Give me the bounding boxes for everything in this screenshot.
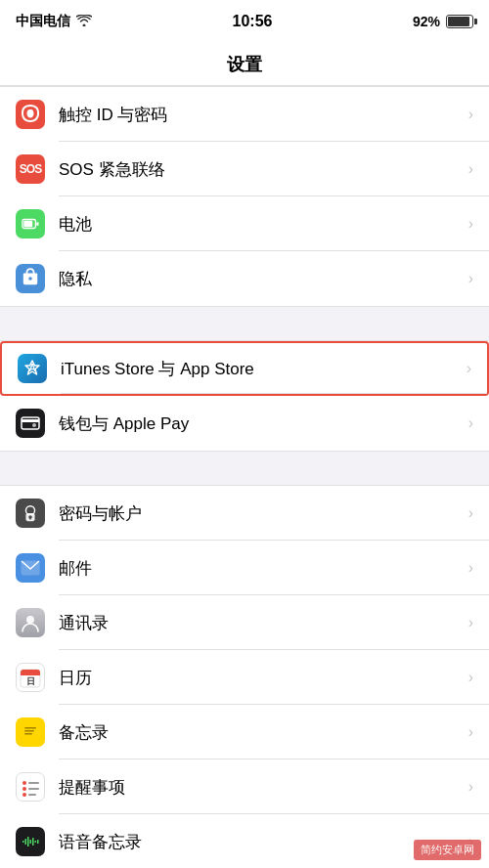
privacy-chevron: › [468, 270, 473, 287]
sidebar-item-privacy[interactable]: 隐私 › [0, 251, 489, 306]
svg-rect-33 [35, 841, 37, 843]
svg-point-22 [22, 787, 26, 791]
reminders-icon [16, 772, 45, 802]
svg-rect-15 [21, 673, 40, 675]
battery-setting-icon [16, 209, 45, 239]
notes-label: 备忘录 [59, 721, 468, 744]
svg-text:日: 日 [26, 676, 35, 686]
svg-rect-20 [24, 733, 32, 735]
svg-rect-29 [25, 839, 27, 845]
voice-memo-icon [16, 827, 45, 856]
appstore-icon: A [18, 354, 47, 383]
sos-chevron: › [468, 160, 473, 178]
svg-point-21 [22, 781, 26, 785]
svg-rect-1 [23, 221, 32, 227]
svg-rect-18 [24, 727, 36, 729]
svg-rect-19 [24, 730, 34, 732]
contacts-label: 通讯录 [59, 612, 468, 634]
itunes-appstore-label: iTunes Store 与 App Store [61, 358, 467, 380]
settings-group-store: A iTunes Store 与 App Store › 钱包与 Apple P… [0, 340, 489, 452]
passwords-icon [16, 499, 45, 528]
sidebar-item-passwords[interactable]: 密码与帐户 › [0, 486, 489, 541]
mail-icon [16, 553, 45, 583]
battery-pct: 92% [413, 14, 440, 29]
itunes-appstore-chevron: › [467, 360, 471, 377]
svg-rect-2 [36, 222, 38, 226]
wifi-icon [76, 14, 92, 29]
sidebar-item-battery[interactable]: 电池 › [0, 196, 489, 251]
carrier-text: 中国电信 [16, 13, 70, 30]
gap-2 [0, 452, 489, 485]
svg-point-23 [22, 793, 26, 797]
voice-memo-label: 语音备忘录 [59, 831, 468, 853]
privacy-icon [16, 264, 45, 293]
svg-rect-28 [22, 841, 24, 843]
sidebar-item-notes[interactable]: 备忘录 › [0, 705, 489, 760]
svg-text:A: A [28, 363, 35, 373]
sidebar-item-touch-id[interactable]: 触控 ID 与密码 › [0, 87, 489, 142]
nav-bar: 设置 [0, 43, 489, 86]
status-left: 中国电信 [16, 13, 92, 30]
gap-1 [0, 307, 489, 340]
status-right: 92% [413, 14, 473, 29]
sidebar-item-wallet[interactable]: 钱包与 Apple Pay › [0, 396, 489, 451]
privacy-label: 隐私 [59, 268, 468, 290]
svg-rect-32 [32, 838, 34, 846]
status-time: 10:56 [233, 13, 273, 30]
reminders-chevron: › [468, 778, 473, 796]
mail-label: 邮件 [59, 557, 468, 580]
notes-chevron: › [468, 723, 473, 741]
reminders-label: 提醒事项 [59, 776, 468, 799]
mail-chevron: › [468, 559, 473, 577]
battery-chevron: › [468, 215, 473, 233]
settings-group-apps: 密码与帐户 › 邮件 › 通讯录 › [0, 485, 489, 868]
calendar-label: 日历 [59, 667, 468, 689]
watermark: 简约安卓网 [414, 840, 481, 860]
svg-rect-26 [28, 794, 36, 796]
svg-rect-34 [37, 840, 39, 844]
passwords-label: 密码与帐户 [59, 502, 468, 525]
sidebar-item-itunes-appstore[interactable]: A iTunes Store 与 App Store › [0, 341, 489, 396]
touch-id-chevron: › [468, 106, 473, 123]
calendar-icon: 日 [16, 663, 45, 692]
svg-rect-10 [30, 517, 31, 520]
touch-id-icon [16, 100, 45, 129]
svg-rect-5 [22, 419, 39, 422]
contacts-chevron: › [468, 614, 473, 631]
wallet-chevron: › [468, 414, 473, 432]
sos-icon: SOS [16, 154, 45, 184]
svg-rect-30 [27, 837, 29, 846]
notes-icon [16, 717, 45, 747]
sos-label: SOS 紧急联络 [59, 158, 468, 181]
svg-rect-25 [28, 788, 39, 790]
calendar-chevron: › [468, 669, 473, 686]
status-bar: 中国电信 10:56 92% [0, 0, 489, 43]
sidebar-item-sos[interactable]: SOS SOS 紧急联络 › [0, 142, 489, 196]
wallet-label: 钱包与 Apple Pay [59, 412, 468, 435]
svg-rect-4 [22, 417, 39, 429]
passwords-chevron: › [468, 504, 473, 522]
svg-point-6 [32, 423, 36, 427]
touch-id-label: 触控 ID 与密码 [59, 104, 468, 126]
sidebar-item-mail[interactable]: 邮件 › [0, 541, 489, 595]
wallet-icon [16, 409, 45, 438]
page-title: 设置 [227, 53, 262, 76]
sidebar-item-contacts[interactable]: 通讯录 › [0, 595, 489, 650]
settings-group-top: 触控 ID 与密码 › SOS SOS 紧急联络 › 电池 › [0, 86, 489, 307]
svg-rect-17 [22, 723, 38, 741]
battery-icon [446, 15, 473, 28]
svg-rect-24 [28, 782, 39, 784]
sidebar-item-reminders[interactable]: 提醒事项 › [0, 760, 489, 814]
battery-label: 电池 [59, 213, 468, 236]
contacts-icon [16, 608, 45, 637]
svg-point-12 [26, 616, 34, 624]
settings-content: 触控 ID 与密码 › SOS SOS 紧急联络 › 电池 › [0, 86, 489, 868]
svg-rect-31 [30, 840, 32, 844]
sidebar-item-calendar[interactable]: 日 日历 › [0, 650, 489, 705]
